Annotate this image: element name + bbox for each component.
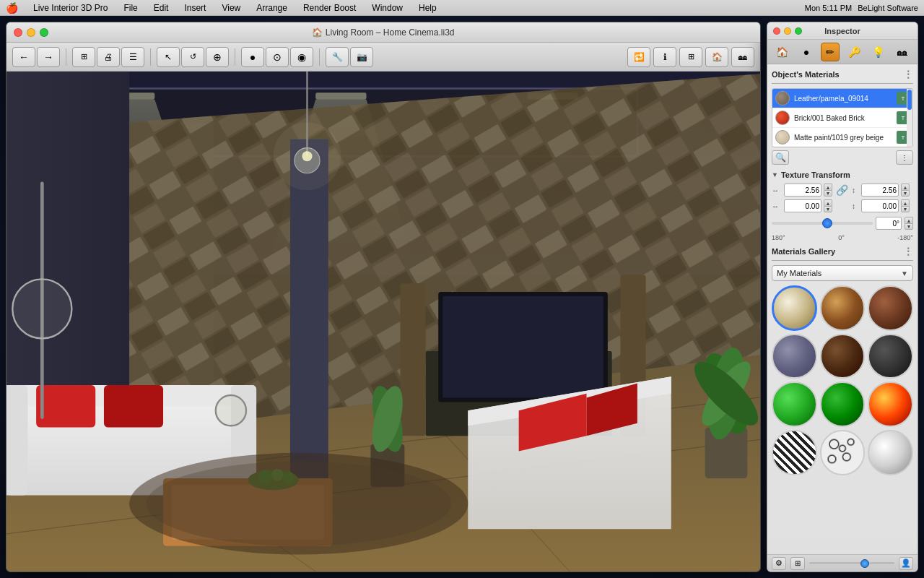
rotation-step-down[interactable]: ▼ <box>905 223 913 230</box>
gallery-item-wood-light[interactable] <box>820 285 866 331</box>
forward-button[interactable]: → <box>37 47 60 67</box>
back-button[interactable]: ← <box>12 47 35 67</box>
height-step-down[interactable]: ▼ <box>901 190 910 197</box>
tab-house[interactable]: 🏠 <box>773 43 792 61</box>
mode-btn-2[interactable]: ⊙ <box>266 47 289 67</box>
width-step-down[interactable]: ▼ <box>824 190 832 197</box>
camera-button[interactable]: 📷 <box>350 47 373 67</box>
gallery-item-wood-dark[interactable] <box>868 285 913 331</box>
tool-group: ↖ ↺ ⊕ <box>157 47 229 67</box>
gallery-item-brown[interactable] <box>820 334 866 379</box>
inspector-minimize-button[interactable] <box>784 27 791 35</box>
offset-x-step-down[interactable]: ▼ <box>824 206 832 212</box>
gallery-dropdown[interactable]: My Materials ▼ <box>772 265 913 281</box>
offset-y-input[interactable] <box>861 199 899 212</box>
height-input[interactable] <box>861 184 899 197</box>
rotation-step-up[interactable]: ▲ <box>905 217 913 223</box>
offset-x-stepper[interactable]: ▲ ▼ <box>824 199 832 212</box>
gallery-divider <box>772 260 913 261</box>
gallery-item-spots[interactable] <box>820 430 866 475</box>
layout-btn-3[interactable]: 🏘 <box>731 47 754 67</box>
mode-btn-1[interactable]: ● <box>241 47 264 67</box>
width-input[interactable] <box>784 184 821 197</box>
gallery-slider-thumb[interactable] <box>860 559 869 568</box>
gallery-options-icon[interactable]: ⋮ <box>903 246 913 257</box>
inspector-close-button[interactable] <box>773 27 780 35</box>
view-menu[interactable]: View <box>218 1 244 14</box>
tab-home2[interactable]: 🏘 <box>893 43 912 61</box>
collapse-arrow-icon: ▼ <box>772 171 778 178</box>
offset-y-stepper[interactable]: ▲ ▼ <box>901 199 910 212</box>
arrange-menu[interactable]: Arrange <box>253 1 291 14</box>
insert-menu[interactable]: Insert <box>180 1 209 14</box>
add-tool[interactable]: ⊕ <box>206 47 229 67</box>
select-tool[interactable]: ↖ <box>157 47 180 67</box>
wrench-button[interactable]: 🔧 <box>326 47 349 67</box>
tab-light[interactable]: 💡 <box>869 43 888 61</box>
print-button[interactable]: 🖨 <box>97 47 120 67</box>
rotation-slider-thumb[interactable] <box>822 218 832 228</box>
eyedropper-tool[interactable]: 🔍 <box>772 150 789 165</box>
material-item-matte[interactable]: Matte paint/1019 grey beige T <box>772 128 912 147</box>
materials-scrollbar[interactable] <box>907 89 912 147</box>
gallery-item-stone[interactable] <box>772 334 817 379</box>
render-menu[interactable]: Render Boost <box>300 1 359 14</box>
gallery-item-dark[interactable] <box>868 334 913 379</box>
gallery-item-green-dark[interactable] <box>820 381 866 427</box>
gallery-settings-button[interactable]: ⚙ <box>772 557 786 570</box>
2d-view-button[interactable]: ⊞ <box>72 47 95 67</box>
gallery-item-fire[interactable] <box>868 381 913 427</box>
offset-y-step-up[interactable]: ▲ <box>901 199 910 206</box>
rotate-tool[interactable]: ↺ <box>181 47 204 67</box>
window-close-button[interactable] <box>14 28 22 37</box>
gallery-item-green[interactable] <box>772 381 817 427</box>
help-menu[interactable]: Help <box>415 1 440 14</box>
tab-key[interactable]: 🔑 <box>845 43 864 61</box>
width-step-up[interactable]: ▲ <box>824 184 832 190</box>
window-title-text: Living Room – Home Cinema.li3d <box>326 27 455 38</box>
width-stepper[interactable]: ▲ ▼ <box>824 184 832 197</box>
options-button[interactable]: ⋮ <box>896 150 913 165</box>
viewport[interactable]: ||| <box>6 72 760 571</box>
texture-transform-header[interactable]: ▼ Texture Transform <box>772 171 913 179</box>
height-stepper[interactable]: ▲ ▼ <box>901 184 910 197</box>
layout-btn-2[interactable]: 🏠 <box>705 47 728 67</box>
tab-material[interactable]: ✏ <box>821 43 840 61</box>
material-item-brick[interactable]: Brick/001 Baked Brick T <box>772 108 912 128</box>
tab-sphere[interactable]: ● <box>797 43 816 61</box>
gallery-item-silver[interactable] <box>868 430 913 475</box>
list-button[interactable]: ☰ <box>121 47 144 67</box>
rotation-slider-container[interactable] <box>772 217 873 230</box>
materials-options-icon[interactable]: ⋮ <box>903 69 913 80</box>
file-menu[interactable]: File <box>120 1 141 14</box>
svg-rect-21 <box>290 139 328 496</box>
inspector-maximize-button[interactable] <box>795 27 802 35</box>
rotation-stepper[interactable]: ▲ ▼ <box>905 217 913 230</box>
height-step-up[interactable]: ▲ <box>901 184 910 190</box>
app-menu[interactable]: Live Interior 3D Pro <box>30 1 111 14</box>
apple-menu-icon[interactable]: 🍎 <box>6 2 18 14</box>
rotation-label-left: 180° <box>772 234 785 241</box>
window-maximize-button[interactable] <box>40 28 48 37</box>
material-item-leather[interactable]: Leather/pamela_09014 T <box>772 89 912 108</box>
info-button[interactable]: ℹ <box>653 47 676 67</box>
gallery-section: Materials Gallery ⋮ My Materials ▼ <box>772 246 913 475</box>
render-button[interactable]: 🔁 <box>627 47 650 67</box>
svg-rect-32 <box>36 385 95 428</box>
edit-menu[interactable]: Edit <box>150 1 173 14</box>
rotation-value-input[interactable] <box>876 217 902 230</box>
gallery-item-zebra[interactable] <box>772 430 817 475</box>
window-menu[interactable]: Window <box>368 1 406 14</box>
gallery-slider-container[interactable] <box>809 558 894 569</box>
offset-x-step-up[interactable]: ▲ <box>824 199 832 206</box>
layout-btn-1[interactable]: ⊞ <box>679 47 702 67</box>
link-proportional-icon[interactable]: 🔗 <box>836 184 848 196</box>
gallery-item-cream[interactable] <box>772 285 817 331</box>
window-minimize-button[interactable] <box>27 28 35 37</box>
offset-y-step-down[interactable]: ▼ <box>901 206 910 212</box>
window-title: 🏠 Living Room – Home Cinema.li3d <box>312 27 454 38</box>
mode-btn-3[interactable]: ◉ <box>290 47 313 67</box>
gallery-grid-button[interactable]: ⊞ <box>790 557 805 570</box>
gallery-person-button[interactable]: 👤 <box>899 557 913 570</box>
offset-x-input[interactable] <box>784 199 821 212</box>
